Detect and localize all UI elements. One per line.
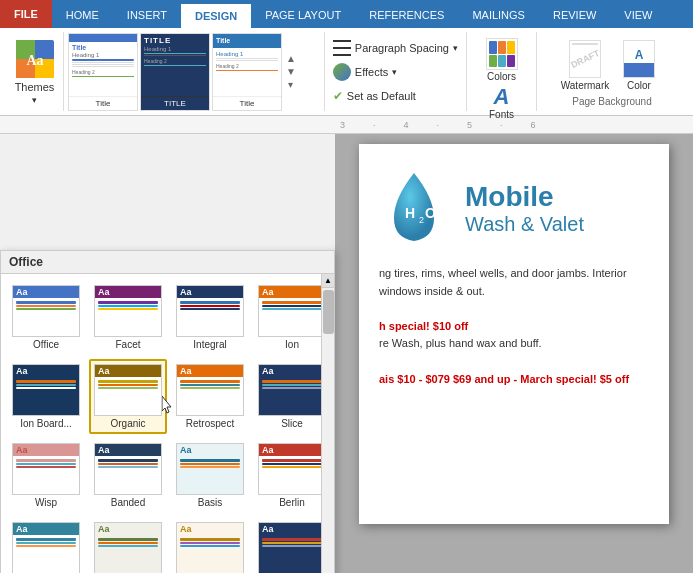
doc-theme-preview-1: Title Heading 1 Heading 2 Title bbox=[68, 33, 138, 111]
theme-item-retrospect[interactable]: Aa Retrospect bbox=[171, 359, 249, 434]
theme-item-organic[interactable]: Aa Organic bbox=[89, 359, 167, 434]
theme-scroll-up[interactable]: ▲ bbox=[286, 53, 296, 64]
watermark-label: Watermark bbox=[561, 80, 610, 91]
doc-title-line1: Mobile bbox=[465, 182, 584, 213]
paragraph-spacing-button[interactable]: Paragraph Spacing ▾ bbox=[331, 39, 460, 57]
tab-home[interactable]: HOME bbox=[52, 2, 113, 28]
ruler-marks: 3 · 4 · 5 · 6 bbox=[340, 120, 564, 130]
doc-header: H 2 O Mobile Wash & Valet bbox=[379, 168, 649, 249]
svg-text:Aa: Aa bbox=[26, 53, 43, 68]
doc-body-text2: windows inside & out. bbox=[379, 283, 649, 301]
effects-button[interactable]: Effects ▾ bbox=[331, 62, 460, 82]
watermark-icon: DRAFT bbox=[569, 40, 601, 78]
tab-file[interactable]: FILE bbox=[0, 0, 52, 28]
tab-view[interactable]: VIEW bbox=[610, 2, 666, 28]
theme-item-slice[interactable]: Aa Slice bbox=[253, 359, 321, 434]
ribbon-body: Aa Themes ▾ Title Heading 1 Heading 2 Ti… bbox=[0, 28, 693, 116]
theme-item-depth[interactable]: Aa Depth bbox=[253, 517, 321, 573]
themes-grid: Aa Office Aa bbox=[1, 274, 321, 573]
theme-item-celestial[interactable]: Aa Celestial bbox=[7, 517, 85, 573]
theme-item-ion-boardroom[interactable]: Aa Ion Board... bbox=[7, 359, 85, 434]
theme-label-ion: Ion bbox=[285, 339, 299, 350]
fonts-button[interactable]: A Fonts bbox=[473, 84, 530, 122]
themes-button[interactable]: Aa Themes ▾ bbox=[6, 32, 64, 111]
document-area: H 2 O Mobile Wash & Valet ng tires, rims… bbox=[335, 134, 693, 573]
scroll-thumb[interactable] bbox=[323, 290, 334, 334]
water-drop-icon: H 2 O bbox=[379, 168, 449, 249]
tab-design[interactable]: DESIGN bbox=[181, 2, 251, 28]
ribbon-tabs: FILE HOME INSERT DESIGN PAGE LAYOUT REFE… bbox=[0, 0, 693, 28]
theme-label-ion-boardroom: Ion Board... bbox=[20, 418, 72, 429]
tab-references[interactable]: REFERENCES bbox=[355, 2, 458, 28]
page-color-label: Color bbox=[627, 80, 651, 91]
watermark-button[interactable]: DRAFT Watermark bbox=[560, 38, 610, 93]
theme-label-berlin: Berlin bbox=[279, 497, 305, 508]
paragraph-spacing-label: Paragraph Spacing bbox=[355, 42, 449, 54]
page-background-group: DRAFT Watermark A Color Page Background bbox=[537, 32, 687, 111]
themes-dropdown: Office Aa bbox=[0, 250, 335, 573]
doc-title-line2: Wash & Valet bbox=[465, 213, 584, 235]
set-default-button[interactable]: ✔ Set as Default bbox=[331, 88, 460, 104]
colors-button[interactable]: Colors bbox=[473, 36, 530, 84]
dropdown-header: Office bbox=[1, 251, 334, 274]
set-default-label: Set as Default bbox=[347, 90, 416, 102]
checkmark-icon: ✔ bbox=[333, 89, 343, 103]
theme-label-facet: Facet bbox=[115, 339, 140, 350]
theme-item-integral[interactable]: Aa Integral bbox=[171, 280, 249, 355]
paragraph-spacing-icon bbox=[333, 40, 351, 56]
page-bg-label: Page Background bbox=[572, 96, 652, 107]
doc-title: Mobile Wash & Valet bbox=[465, 182, 584, 235]
document-page: H 2 O Mobile Wash & Valet ng tires, rims… bbox=[359, 144, 669, 524]
theme-item-facet[interactable]: Aa Facet bbox=[89, 280, 167, 355]
theme-label-banded: Banded bbox=[111, 497, 145, 508]
doc-offer1: h special! $10 off bbox=[379, 318, 649, 336]
doc-theme-preview-3: Title Heading 1 Heading 2 Title bbox=[212, 33, 282, 111]
theme-label-slice: Slice bbox=[281, 418, 303, 429]
themes-icon: Aa bbox=[14, 38, 56, 80]
fonts-icon: A bbox=[494, 86, 510, 108]
theme-item-office[interactable]: Aa Office bbox=[7, 280, 85, 355]
theme-label-office: Office bbox=[33, 339, 59, 350]
theme-item-circuit[interactable]: Aa Circuit bbox=[89, 517, 167, 573]
page-color-icon: A bbox=[623, 40, 655, 78]
colors-label: Colors bbox=[487, 71, 516, 82]
effects-label: Effects bbox=[355, 66, 388, 78]
tab-insert[interactable]: INSERT bbox=[113, 2, 181, 28]
dropdown-scrollbar: ▲ ▼ bbox=[321, 274, 334, 573]
theme-item-damask[interactable]: Aa Damask bbox=[171, 517, 249, 573]
effects-icon bbox=[333, 63, 351, 81]
ruler: 3 · 4 · 5 · 6 bbox=[0, 116, 693, 134]
theme-label-basis: Basis bbox=[198, 497, 222, 508]
theme-label-wisp: Wisp bbox=[35, 497, 57, 508]
theme-item-wisp[interactable]: Aa Wisp bbox=[7, 438, 85, 513]
theme-label-integral: Integral bbox=[193, 339, 226, 350]
theme-label-organic: Organic bbox=[110, 418, 145, 429]
doc-theme-preview-2: TITLE Heading 1 Heading 2 TITLE bbox=[140, 33, 210, 111]
tab-page-layout[interactable]: PAGE LAYOUT bbox=[251, 2, 355, 28]
effects-arrow: ▾ bbox=[392, 67, 397, 77]
tab-review[interactable]: REVIEW bbox=[539, 2, 610, 28]
colors-icon bbox=[486, 38, 518, 70]
fonts-label: Fonts bbox=[489, 109, 514, 120]
theme-scroll-more[interactable]: ▾ bbox=[286, 79, 296, 90]
svg-text:O: O bbox=[425, 205, 436, 221]
paragraph-spacing-arrow: ▾ bbox=[453, 43, 458, 53]
theme-scroll-down[interactable]: ▼ bbox=[286, 66, 296, 77]
themes-arrow: ▾ bbox=[32, 95, 37, 105]
themes-label: Themes bbox=[15, 81, 55, 93]
svg-text:H: H bbox=[405, 205, 415, 221]
doc-offer3: ais $10 - $079 $69 and up - March specia… bbox=[379, 371, 649, 389]
svg-text:2: 2 bbox=[419, 215, 424, 225]
theme-item-berlin[interactable]: Aa Berlin bbox=[253, 438, 321, 513]
theme-item-ion[interactable]: Aa Ion bbox=[253, 280, 321, 355]
theme-label-retrospect: Retrospect bbox=[186, 418, 234, 429]
tab-mailings[interactable]: MAILINGS bbox=[458, 2, 539, 28]
doc-body: ng tires, rims, wheel wells, and door ja… bbox=[379, 265, 649, 388]
theme-item-basis[interactable]: Aa Basis bbox=[171, 438, 249, 513]
doc-offer2: re Wash, plus hand wax and buff. bbox=[379, 335, 649, 353]
scroll-up-button[interactable]: ▲ bbox=[322, 274, 335, 288]
doc-body-text1: ng tires, rims, wheel wells, and door ja… bbox=[379, 265, 649, 283]
theme-item-banded[interactable]: Aa Banded bbox=[89, 438, 167, 513]
page-color-button[interactable]: A Color bbox=[614, 38, 664, 93]
